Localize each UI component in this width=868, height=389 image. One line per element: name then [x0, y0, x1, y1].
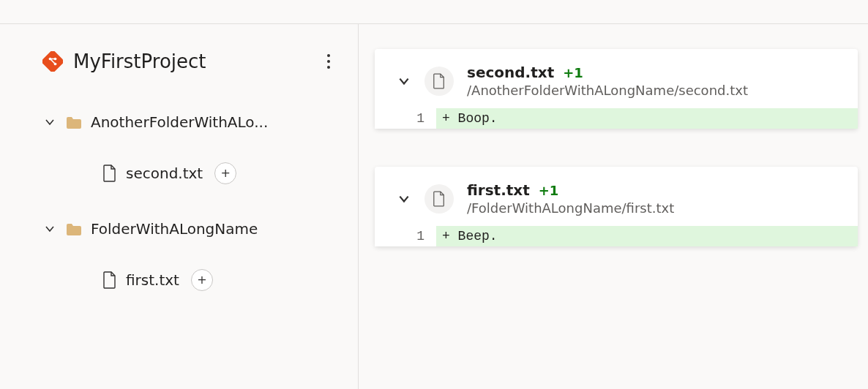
tree-file[interactable]: second.txt +	[42, 156, 339, 191]
diff-filename: first.txt	[467, 181, 530, 199]
chevron-down-icon	[42, 223, 57, 235]
diff-filename: second.txt	[467, 64, 554, 81]
diff-filepath: /FolderWithALongName/first.txt	[467, 200, 674, 216]
diff-line-added: 1 + Boop.	[375, 108, 858, 129]
collapse-diff-button[interactable]	[397, 192, 411, 205]
file-icon	[424, 67, 454, 96]
diff-filepath: /AnotherFolderWithALongName/second.txt	[467, 83, 748, 98]
project-title: MyFirstProject	[73, 50, 308, 72]
diff-delta-count: +1	[563, 65, 583, 80]
tree-folder-label: AnotherFolderWithALo...	[91, 113, 268, 131]
file-icon	[424, 184, 454, 214]
file-icon	[102, 165, 117, 182]
diff-line-code: + Boop.	[436, 108, 858, 129]
diff-line-added: 1 + Beep.	[375, 226, 858, 246]
project-header: MyFirstProject	[42, 50, 339, 72]
git-project-icon	[42, 51, 63, 72]
project-menu-button[interactable]	[318, 51, 339, 72]
svg-point-4	[327, 54, 330, 57]
tree-folder[interactable]: AnotherFolderWithALo...	[42, 105, 339, 140]
stage-file-button[interactable]: +	[214, 162, 236, 184]
sidebar: MyFirstProject AnotherFolderWithALo...	[0, 24, 359, 389]
svg-point-6	[327, 66, 330, 69]
file-icon	[102, 271, 117, 289]
tree-folder-label: FolderWithALongName	[91, 220, 258, 238]
svg-point-5	[327, 60, 330, 63]
diff-line-code: + Beep.	[436, 226, 858, 246]
tree-file-label: second.txt	[126, 165, 203, 182]
collapse-diff-button[interactable]	[397, 75, 411, 88]
stage-file-button[interactable]: +	[191, 269, 213, 291]
diff-line-number: 1	[375, 108, 436, 129]
diff-line-number: 1	[375, 226, 436, 246]
diff-card: first.txt +1 /FolderWithALongName/first.…	[375, 167, 858, 246]
tree-file-label: first.txt	[126, 271, 179, 289]
diff-delta-count: +1	[539, 183, 559, 198]
diff-card-header: second.txt +1 /AnotherFolderWithALongNam…	[375, 49, 858, 108]
tree-folder[interactable]: FolderWithALongName	[42, 211, 339, 246]
diff-card-header: first.txt +1 /FolderWithALongName/first.…	[375, 167, 858, 226]
diff-panel: second.txt +1 /AnotherFolderWithALongNam…	[359, 24, 868, 389]
diff-card: second.txt +1 /AnotherFolderWithALongNam…	[375, 49, 858, 129]
chevron-down-icon	[42, 116, 57, 128]
folder-icon	[66, 116, 82, 129]
tree-file[interactable]: first.txt +	[42, 263, 339, 298]
folder-icon	[66, 222, 82, 235]
file-tree: AnotherFolderWithALo... second.txt + Fol…	[42, 105, 339, 298]
